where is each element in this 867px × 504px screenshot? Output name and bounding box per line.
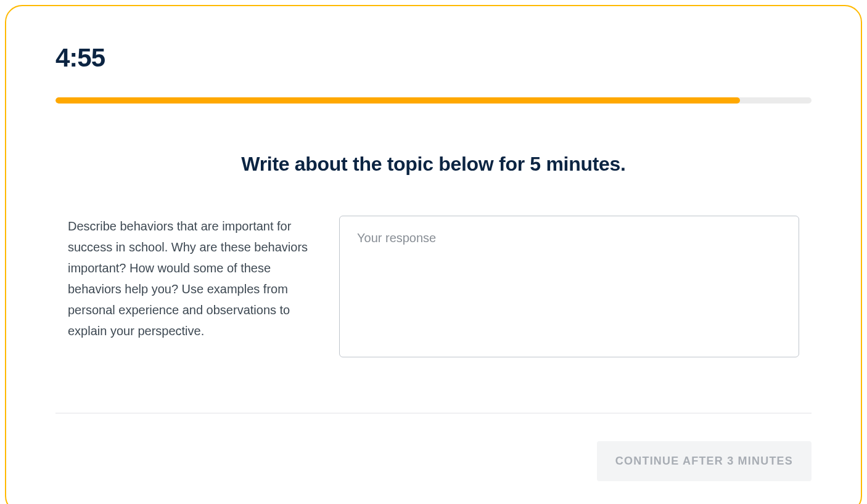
countdown-timer: 4:55: [55, 43, 812, 73]
test-container: 4:55 Write about the topic below for 5 m…: [5, 5, 862, 504]
progress-fill: [55, 97, 740, 104]
continue-button[interactable]: CONTINUE AFTER 3 MINUTES: [597, 441, 812, 481]
divider: [55, 413, 812, 413]
progress-bar: [55, 97, 812, 104]
instruction-heading: Write about the topic below for 5 minute…: [55, 153, 812, 176]
response-input[interactable]: [339, 216, 799, 357]
content-area: Describe behaviors that are important fo…: [55, 216, 812, 357]
footer: CONTINUE AFTER 3 MINUTES: [55, 441, 812, 481]
prompt-text: Describe behaviors that are important fo…: [68, 216, 308, 357]
